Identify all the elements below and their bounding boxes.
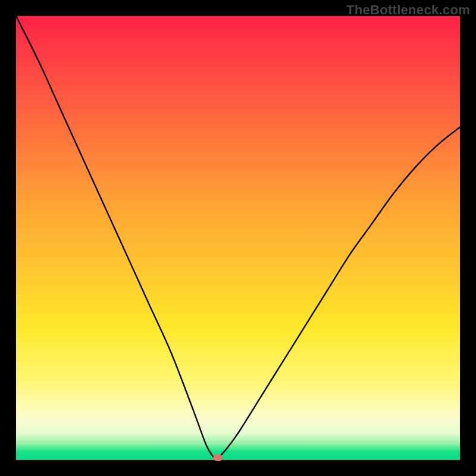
bottleneck-curve	[16, 16, 460, 460]
minimum-marker	[213, 454, 223, 461]
chart-frame: TheBottleneck.com	[0, 0, 476, 476]
plot-area	[16, 16, 460, 460]
curve-svg	[16, 16, 460, 460]
